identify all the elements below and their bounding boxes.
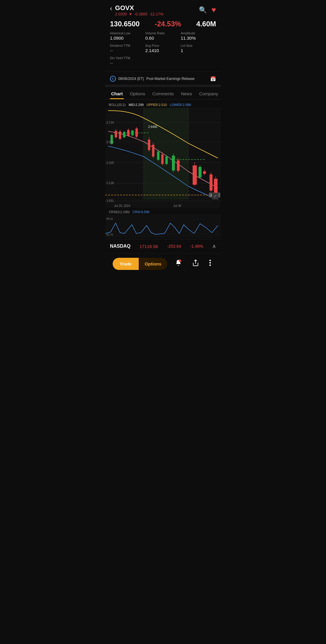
header-icons: 🔍 ♥ [199,5,216,15]
hist-low-cell: Historical Low 1.0900 [110,30,145,43]
amplitude-label: Amplitude [181,31,216,35]
dividend-label: Dividend TTM [110,44,145,47]
tab-chart[interactable]: Chart [108,87,126,99]
svg-point-67 [210,260,211,261]
share-icon [192,259,199,266]
trade-options-group: Trade Options [113,258,167,270]
amplitude-val: 11.30% [181,36,216,41]
ticker-price-row: 2.0200 ▼ -0.2800 -12.17% [115,12,163,16]
section-divider [105,85,221,87]
chart-area: BOLL(20,2) MID:2.299 UPPER:2.510 LOWER:2… [105,99,221,239]
ticker-info: GOVX 2.0200 ▼ -0.2800 -12.17% [115,4,163,16]
current-price: 2.0200 [115,12,127,16]
boll-label: BOLL(20,2) MID:2.299 UPPER:2.510 LOWER:2… [105,102,221,108]
tab-comments[interactable]: Comments [149,87,178,99]
boll-name: BOLL(20,2) [109,103,126,107]
svg-text:90.21: 90.21 [106,217,113,220]
div-yield-label: Div Yield TTM [110,56,145,60]
chart-svg: 2.6400 [105,108,221,208]
hist-low-val: 1.0900 [110,36,145,41]
bottom-nav: Trade Options [105,253,221,276]
price-pct: -12.17% [149,12,163,16]
nasdaq-bar: NASDAQ 17116.56 -253.64 -1.46% ∧ [105,239,221,253]
header: ‹ GOVX 2.0200 ▼ -0.2800 -12.17% 🔍 ♥ [105,0,221,19]
stat-main-2: -24.53% [155,20,181,28]
svg-text:2.325: 2.325 [106,161,114,165]
chart-canvas[interactable]: 2.6400 [105,108,221,208]
vol-ratio-cell: Volume Ratio 0.60 [145,30,180,43]
svg-text:2.522: 2.522 [106,141,114,144]
svg-text:Jul 29, 2024: Jul 29, 2024 [114,204,130,207]
avg-price-cell: Avg Price 2.1410 [145,43,180,55]
svg-text:1.931: 1.931 [106,199,114,202]
earnings-row: ↻ 08/06/2024 (ET) Post-Market Earnings R… [105,73,221,85]
nasdaq-price: 17116.56 [140,244,158,249]
tab-company[interactable]: Company [196,87,221,99]
div-yield-val: -- [110,60,145,65]
earnings-icon: ↻ [110,76,116,82]
boll-lower: LOWER:2.088 [170,103,191,107]
earnings-label: Post-Market Earnings Release [146,77,195,81]
svg-point-65 [179,260,181,262]
price-change: -0.2800 [134,12,147,16]
hist-low-label: Historical Low [110,31,145,35]
nasdaq-pct: -1.46% [190,244,203,249]
avg-price-val: 2.1410 [145,48,180,53]
options-nav-button[interactable]: Options [139,258,167,270]
earnings-date: 08/06/2024 (ET) [118,77,144,81]
calendar-icon[interactable]: 📅 [210,76,216,82]
crsi-name: CRSI(3,2,100) [109,210,130,214]
boll-upper: UPPER:2.510 [147,103,167,107]
back-button[interactable]: ‹ [110,5,112,12]
stats-main-row: 130.6500 -24.53% 4.60M [110,20,216,28]
crsi-label: CRSI(3,2,100) CRSI:6.580 [105,208,221,214]
search-button[interactable]: 🔍 [199,6,207,14]
crsi-canvas-area: 90.21 42.75 [105,214,221,239]
stats-section: 130.6500 -24.53% 4.60M Historical Low 1.… [105,19,221,70]
svg-text:Jul 30: Jul 30 [173,204,181,207]
svg-text:2.719: 2.719 [106,121,114,124]
avg-price-label: Avg Price [145,44,180,47]
crsi-value: CRSI:6.580 [132,210,149,214]
boll-mid: MID:2.299 [129,103,144,107]
svg-point-68 [210,262,211,264]
tab-bar: Chart Options Comments News Company [105,87,221,99]
more-button[interactable] [207,257,213,271]
price-arrow: ▼ [129,12,132,16]
stat-main-1: 130.6500 [110,20,140,28]
tab-news[interactable]: News [177,87,196,99]
lot-size-cell: Lot Size 1 [181,43,216,55]
vol-ratio-label: Volume Ratio [145,31,180,35]
chevron-up-icon[interactable]: ∧ [212,243,216,249]
svg-point-69 [210,265,211,266]
svg-text:⤢: ⤢ [214,194,217,198]
favorite-button[interactable]: ♥ [212,5,216,15]
svg-text:2.6400: 2.6400 [148,125,157,128]
nasdaq-name: NASDAQ [110,244,130,249]
vol-ratio-val: 0.60 [145,36,180,41]
header-left: ‹ GOVX 2.0200 ▼ -0.2800 -12.17% [110,4,163,16]
alert-button[interactable] [172,257,184,271]
svg-text:42.75: 42.75 [106,233,113,236]
lot-size-label: Lot Size [181,44,216,47]
svg-text:2.128: 2.128 [106,181,114,185]
dividend-cell: Dividend TTM -- [110,43,145,55]
share-button[interactable] [190,257,202,271]
tab-options[interactable]: Options [126,87,149,99]
ticker-symbol: GOVX [115,4,163,12]
dividend-val: -- [110,48,145,53]
bell-icon [175,259,182,266]
divider-1 [105,71,221,72]
div-yield-cell: Div Yield TTM -- [110,55,145,68]
crsi-svg: 90.21 42.75 [105,214,221,238]
amplitude-cell: Amplitude 11.30% [181,30,216,43]
more-icon [209,259,211,266]
stats-grid: Historical Low 1.0900 Volume Ratio 0.60 … [110,30,216,68]
stat-main-3: 4.60M [196,20,216,28]
nasdaq-change: -253.64 [167,244,181,249]
lot-size-val: 1 [181,48,216,53]
trade-button[interactable]: Trade [113,258,139,270]
